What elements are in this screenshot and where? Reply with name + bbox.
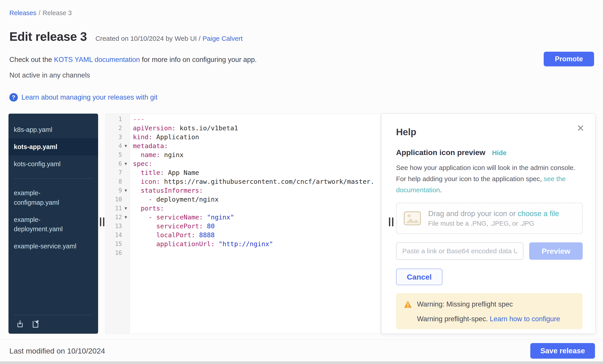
- fold-arrow-icon[interactable]: ▾: [122, 143, 129, 149]
- line-number: 3: [118, 134, 122, 140]
- image-placeholder-icon: [404, 211, 421, 225]
- code-token: [133, 187, 141, 194]
- pane-resize-handle-right[interactable]: [389, 217, 393, 226]
- choose-file-link[interactable]: choose a file: [518, 210, 559, 218]
- file-item-kots-app.yaml[interactable]: kots-app.yaml: [9, 138, 98, 155]
- kots-yaml-docs-link[interactable]: KOTS YAML documentation: [54, 56, 140, 64]
- author-link[interactable]: Paige Calvert: [202, 35, 243, 42]
- code-line-7[interactable]: title: App Name: [130, 168, 381, 177]
- line-number: 1: [118, 116, 122, 122]
- file-item-example-deployment.yaml[interactable]: example-deployment.yaml: [9, 211, 98, 238]
- file-item-example-service.yaml[interactable]: example-service.yaml: [9, 238, 98, 255]
- breadcrumb: Releases/Release 3: [9, 9, 72, 17]
- preview-button[interactable]: Preview: [529, 242, 583, 260]
- page: { "breadcrumb": { "releases": "Releases"…: [0, 0, 603, 364]
- code-line-8[interactable]: icon: https://raw.githubusercontent.com/…: [130, 177, 381, 186]
- file-name: k8s-app.yaml: [14, 125, 52, 134]
- line-number: 13: [115, 223, 122, 230]
- warning-title: Warning: Missing preflight spec: [417, 300, 513, 308]
- code-line-15[interactable]: applicationUrl: "http://nginx": [130, 240, 381, 248]
- question-mark-icon[interactable]: ?: [9, 93, 18, 102]
- file-item-k8s-app.yaml[interactable]: k8s-app.yaml: [9, 121, 98, 138]
- code-token: [133, 240, 156, 248]
- code-token: [215, 240, 219, 248]
- code-line-13[interactable]: servicePort: 80: [130, 222, 381, 231]
- icon-url-input[interactable]: [396, 242, 523, 260]
- editor-code[interactable]: ---apiVersion: kots.io/v1beta1kind: Appl…: [130, 114, 381, 333]
- promote-button[interactable]: Promote: [544, 52, 594, 66]
- code-token: [203, 222, 207, 230]
- gutter-line-5: 5: [106, 150, 129, 159]
- file-item-kots-config.yaml[interactable]: kots-config.yaml: [9, 155, 98, 173]
- line-number: 12: [115, 214, 122, 221]
- preflight-warning-box: Warning: Missing preflight spec Warning …: [396, 293, 583, 329]
- help-panel: ✕ Help Application icon preview Hide See…: [381, 114, 595, 334]
- resize-grip-bar: [389, 217, 390, 226]
- code-token: 8888: [199, 231, 215, 239]
- new-file-icon[interactable]: [31, 320, 40, 328]
- file-item-example-configmap.yaml[interactable]: example-configmap.yaml: [9, 185, 98, 211]
- fold-arrow-icon[interactable]: ▾: [122, 205, 129, 211]
- code-token: App Name: [164, 169, 199, 176]
- pane-resize-handle-left[interactable]: [100, 217, 104, 226]
- code-line-4[interactable]: metadata:: [130, 142, 381, 150]
- code-token: 80: [207, 222, 215, 230]
- fold-arrow-icon[interactable]: ▾: [122, 161, 129, 167]
- breadcrumb-releases-link[interactable]: Releases: [9, 9, 36, 16]
- cancel-button[interactable]: Cancel: [396, 269, 442, 285]
- line-number: 11: [115, 205, 122, 212]
- close-icon[interactable]: ✕: [577, 124, 584, 133]
- channel-status: Not active in any channels: [9, 71, 90, 79]
- title-row: Edit release 3 Created on 10/10/2024 by …: [9, 29, 243, 44]
- file-name: example-deployment.yaml: [14, 215, 81, 234]
- docs-line-suffix: for more info on configuring your app.: [140, 56, 257, 64]
- code-token: [133, 178, 141, 185]
- line-number: 14: [115, 232, 122, 238]
- gutter-line-7: 7: [106, 168, 129, 177]
- gutter-line-11: 11▾: [106, 204, 129, 213]
- learn-how-to-configure-link[interactable]: Learn how to configure: [490, 315, 560, 323]
- code-line-1[interactable]: ---: [130, 115, 381, 124]
- line-number: 5: [118, 152, 122, 158]
- code-token: [195, 231, 199, 239]
- file-name: example-service.yaml: [14, 242, 76, 251]
- code-line-10[interactable]: - deployment/nginx: [130, 195, 381, 204]
- file-name: example-configmap.yaml: [14, 188, 81, 207]
- import-file-icon[interactable]: [16, 320, 24, 328]
- code-token: [133, 169, 141, 176]
- code-line-12[interactable]: - serviceName: "nginx": [130, 213, 381, 222]
- code-token: metadata:: [133, 142, 168, 150]
- fold-arrow-icon[interactable]: ▾: [122, 188, 129, 193]
- code-line-5[interactable]: name: nginx: [130, 150, 381, 159]
- icon-preview-description: See how your application icon will look …: [396, 162, 577, 196]
- gutter-line-12: 12▾: [106, 213, 129, 222]
- docs-line-prefix: Check out the: [9, 56, 54, 64]
- yaml-editor[interactable]: 1234▾56▾789▾1011▾12▾13141516 ---apiVersi…: [105, 114, 381, 334]
- code-line-9[interactable]: statusInformers:: [130, 186, 381, 195]
- git-help-link[interactable]: Learn about managing your releases with …: [21, 93, 157, 101]
- code-token: spec:: [133, 160, 152, 167]
- code-line-6[interactable]: spec:: [130, 159, 381, 168]
- hide-link[interactable]: Hide: [492, 149, 507, 157]
- code-token: "nginx": [207, 213, 234, 221]
- code-line-3[interactable]: kind: Application: [130, 132, 381, 142]
- code-token: name:: [141, 151, 160, 159]
- gutter-line-2: 2: [106, 124, 129, 132]
- code-token: serviceName:: [156, 213, 203, 221]
- code-line-11[interactable]: ports:: [130, 204, 381, 213]
- line-number: 15: [115, 241, 122, 247]
- file-name: kots-app.yaml: [14, 142, 57, 152]
- code-line-2[interactable]: apiVersion: kots.io/v1beta1: [130, 124, 381, 132]
- code-line-14[interactable]: localPort: 8888: [130, 231, 381, 240]
- code-token: [133, 222, 156, 230]
- code-line-16[interactable]: [130, 248, 381, 257]
- icon-dropzone[interactable]: Drag and drop your icon or choose a file…: [396, 203, 583, 234]
- file-name: kots-config.yaml: [14, 159, 61, 169]
- icon-preview-title: Application icon preview: [396, 148, 486, 157]
- save-release-button[interactable]: Save release: [530, 343, 595, 359]
- code-token: "http://nginx": [219, 240, 273, 248]
- fold-arrow-icon[interactable]: ▾: [122, 214, 129, 220]
- code-token: nginx: [160, 151, 184, 159]
- code-token: ports:: [141, 205, 164, 212]
- code-token: [133, 196, 149, 203]
